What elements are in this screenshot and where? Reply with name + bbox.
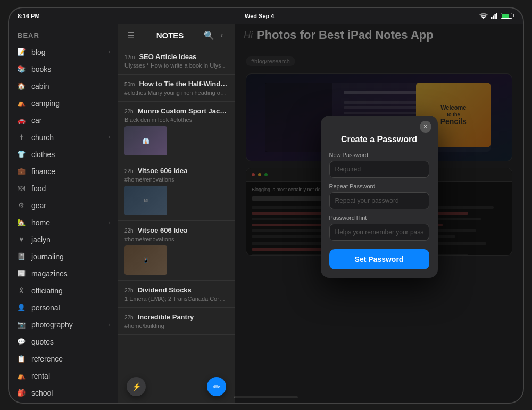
sidebar-item-cabin[interactable]: 🏠 cabin xyxy=(9,78,118,95)
notes-panel: ☰ NOTES 🔍 ‹ 12m SEO Article Ideas Ulysse… xyxy=(118,24,235,403)
chevron-right-icon: › xyxy=(109,49,110,55)
note-time: 22h xyxy=(124,288,134,293)
note-preview: #home/building xyxy=(124,323,228,329)
note-preview: #home/renovations xyxy=(124,236,228,242)
sidebar-item-jaclyn[interactable]: ♥ jaclyn xyxy=(9,231,118,248)
sidebar-label-reference: reference xyxy=(31,355,110,363)
list-item[interactable]: 22h Munro Custom Sport Jacket Black deni… xyxy=(118,102,235,161)
note-title: Dividend Stocks xyxy=(138,286,192,294)
modal-close-button[interactable]: × xyxy=(420,121,431,133)
chevron-right-icon: › xyxy=(109,322,110,327)
list-item[interactable]: 22h Dividend Stocks 1 Emera (EMA); 2 Tra… xyxy=(118,281,235,308)
new-password-input[interactable] xyxy=(329,161,429,178)
blog-icon: 📝 xyxy=(16,47,26,57)
camping-icon: ⛺ xyxy=(16,99,26,108)
signal-icon xyxy=(491,13,497,19)
note-time: 22h xyxy=(124,228,134,234)
sidebar-item-camping[interactable]: ⛺ camping xyxy=(9,95,118,112)
note-thumbnail: 👔 xyxy=(124,126,167,155)
quotes-icon: 💬 xyxy=(16,337,26,347)
sidebar-item-car[interactable]: 🚗 car xyxy=(9,112,118,129)
sidebar-item-books[interactable]: 📚 books xyxy=(9,61,118,78)
sidebar-item-food[interactable]: 🍽 food xyxy=(9,180,118,197)
note-preview: 1 Emera (EMA); 2 TransCanada Corp (TRP);… xyxy=(124,296,228,302)
sidebar-label-officiating: officiating xyxy=(31,286,110,295)
cabin-icon: 🏠 xyxy=(16,81,26,91)
sidebar-label-food: food xyxy=(31,184,110,193)
svg-rect-4 xyxy=(496,13,497,19)
ipad-frame: 8:16 PM Wed Sep 4 xyxy=(8,7,524,404)
sidebar-item-photography[interactable]: 📷 photography › xyxy=(9,316,118,333)
sidebar-item-clothes[interactable]: 👕 clothes xyxy=(9,146,118,163)
sidebar-item-reference[interactable]: 📋 reference xyxy=(9,350,118,367)
compose-button[interactable]: ✏ xyxy=(207,377,226,396)
sidebar-label-photography: photography xyxy=(31,321,109,329)
list-item[interactable]: 22h Vitsoe 606 Idea #home/renovations 📱 xyxy=(118,221,235,281)
sidebar-label-blog: blog xyxy=(31,48,109,56)
svg-point-0 xyxy=(483,18,484,19)
sidebar-item-personal[interactable]: 👤 personal xyxy=(9,299,118,316)
school-icon: 🎒 xyxy=(16,388,26,398)
set-password-button[interactable]: Set Password xyxy=(329,249,429,269)
sidebar-item-quotes[interactable]: 💬 quotes xyxy=(9,333,118,350)
sidebar-label-personal: personal xyxy=(31,304,110,312)
list-item[interactable]: 12m SEO Article Ideas Ulysses * How to w… xyxy=(118,47,235,75)
sidebar-item-church[interactable]: ✝ church › xyxy=(9,129,118,146)
personal-icon: 👤 xyxy=(16,303,26,313)
battery-icon xyxy=(501,13,514,19)
note-time: 22h xyxy=(124,315,134,321)
note-time: 22h xyxy=(124,168,134,174)
sidebar-label-school: school xyxy=(31,389,110,397)
note-preview: #clothes Many young men heading out o... xyxy=(124,89,228,96)
svg-rect-2 xyxy=(493,15,494,19)
sidebar-label-jaclyn: jaclyn xyxy=(31,235,110,244)
sidebar: BEAR 📝 blog › 📚 books 🏠 cabin ⛺ camping … xyxy=(9,24,118,403)
church-icon: ✝ xyxy=(16,133,26,142)
password-hint-input[interactable] xyxy=(329,224,429,241)
note-preview: Black denim look #clothes xyxy=(124,117,228,123)
note-thumbnail: 📱 xyxy=(124,245,167,275)
notes-list: 12m SEO Article Ideas Ulysses * How to w… xyxy=(118,47,235,371)
sidebar-label-home: home xyxy=(31,218,109,227)
gear-icon: ⚙ xyxy=(16,201,26,210)
jaclyn-icon: ♥ xyxy=(16,235,26,244)
app-container: BEAR 📝 blog › 📚 books 🏠 cabin ⛺ camping … xyxy=(9,24,523,403)
notes-header: ☰ NOTES 🔍 ‹ xyxy=(118,24,235,47)
sidebar-item-school[interactable]: 🎒 school xyxy=(9,384,118,401)
search-icon[interactable]: 🔍 xyxy=(203,30,215,40)
repeat-password-label: Repeat Password xyxy=(329,183,429,190)
modal-backdrop: × Create a Password New Password Repeat … xyxy=(235,24,523,403)
finance-icon: 💼 xyxy=(16,167,26,176)
sidebar-item-magazines[interactable]: 📰 magazines xyxy=(9,265,118,282)
repeat-password-input[interactable] xyxy=(329,192,429,209)
new-password-label: New Password xyxy=(329,152,429,158)
sidebar-item-journaling[interactable]: 📓 journaling xyxy=(9,248,118,265)
note-title: Vitsoe 606 Idea xyxy=(138,167,188,175)
photography-icon: 📷 xyxy=(16,320,26,330)
sidebar-label-cabin: cabin xyxy=(31,82,110,91)
note-title: Vitsoe 606 Idea xyxy=(138,226,188,234)
note-preview: #home/renovations xyxy=(124,176,228,183)
list-item[interactable]: 22h Vitsoe 606 Idea #home/renovations 🖥 xyxy=(118,161,235,221)
sidebar-item-finance[interactable]: 💼 finance xyxy=(9,163,118,180)
status-date: Wed Sep 4 xyxy=(245,13,274,19)
note-thumbnail: 🖥 xyxy=(124,186,167,215)
sidebar-item-rental[interactable]: ⛺ rental xyxy=(9,367,118,384)
filter-button[interactable]: ⚡ xyxy=(127,377,146,396)
journaling-icon: 📓 xyxy=(16,252,26,261)
list-item[interactable]: 22h Incredible Pantry #home/building xyxy=(118,308,235,335)
clothes-icon: 👕 xyxy=(16,150,26,159)
sidebar-item-home[interactable]: 🏡 home › xyxy=(9,214,118,231)
magazines-icon: 📰 xyxy=(16,269,26,278)
sidebar-item-officiating[interactable]: 🎗 officiating xyxy=(9,282,118,299)
sidebar-item-blog[interactable]: 📝 blog › xyxy=(9,44,118,61)
note-time: 22h xyxy=(124,109,134,114)
sidebar-item-gear[interactable]: ⚙ gear xyxy=(9,197,118,214)
sidebar-label-finance: finance xyxy=(31,167,110,176)
sidebar-label-clothes: clothes xyxy=(31,150,110,159)
back-icon[interactable]: ‹ xyxy=(215,30,228,40)
note-title: Incredible Pantry xyxy=(138,313,194,321)
menu-icon[interactable]: ☰ xyxy=(124,30,137,40)
list-item[interactable]: 50m How to Tie the Half-Windsor Necktie … xyxy=(118,75,235,102)
sidebar-label-quotes: quotes xyxy=(31,338,110,346)
